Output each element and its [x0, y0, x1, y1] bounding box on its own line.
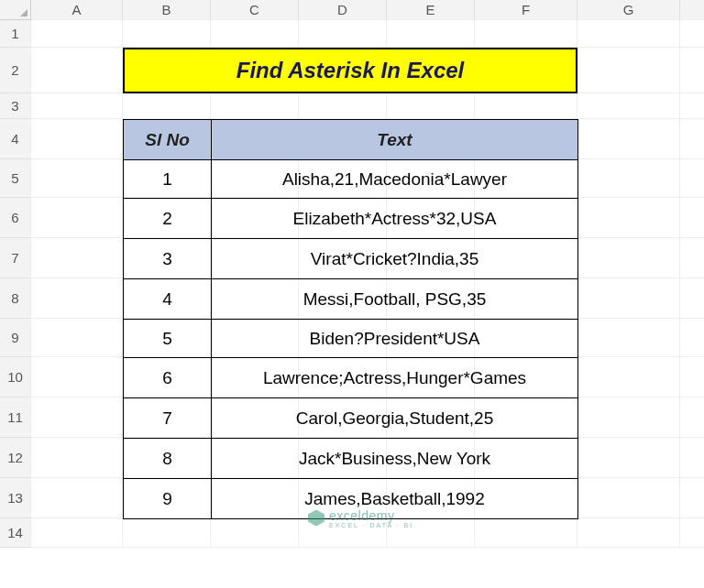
row-header-12[interactable]: 12: [0, 438, 31, 478]
select-all-triangle[interactable]: [0, 0, 31, 19]
col-header-A[interactable]: A: [31, 0, 123, 19]
cell-slno[interactable]: 2: [124, 199, 212, 239]
col-header-D[interactable]: D: [299, 0, 387, 19]
row-header-4[interactable]: 4: [0, 119, 31, 159]
watermark-brand: exceldemy: [329, 508, 394, 523]
watermark-sub: EXCEL · DATA · BI: [329, 522, 413, 528]
title-text: Find Asterisk In Excel: [236, 58, 465, 83]
row-header-9[interactable]: 9: [0, 319, 31, 357]
cell-text[interactable]: Lawrence;Actress,Hunger*Games: [212, 358, 578, 398]
cell-text[interactable]: Messi,Football, PSG,35: [212, 279, 578, 320]
row-header-11[interactable]: 11: [0, 397, 31, 438]
data-table: Sl No Text 1Alisha,21,Macedonia*Lawyer2E…: [123, 119, 578, 519]
table-row: 7Carol,Georgia,Student,25: [124, 398, 578, 439]
row-header-10[interactable]: 10: [0, 357, 31, 397]
cell-text[interactable]: Alisha,21,Macedonia*Lawyer: [212, 160, 578, 199]
col-header-E[interactable]: E: [387, 0, 475, 19]
title-merged-cell[interactable]: Find Asterisk In Excel: [123, 48, 578, 93]
cell-slno[interactable]: 6: [124, 358, 212, 398]
row-header-7[interactable]: 7: [0, 238, 31, 278]
header-text[interactable]: Text: [212, 120, 578, 160]
row-header-14[interactable]: 14: [0, 518, 31, 548]
table-row: 5Biden?President*USA: [124, 320, 578, 358]
col-header-F[interactable]: F: [475, 0, 578, 19]
watermark: exceldemy EXCEL · DATA · BI: [308, 507, 413, 528]
col-header-G[interactable]: G: [578, 0, 680, 19]
table-row: 4Messi,Football, PSG,35: [124, 279, 578, 320]
cell-slno[interactable]: 9: [124, 479, 212, 519]
row-header-13[interactable]: 13: [0, 478, 31, 518]
column-headers-row: ABCDEFG: [0, 0, 704, 20]
cell-slno[interactable]: 8: [124, 439, 212, 479]
cell-text[interactable]: Jack*Business,New York: [212, 439, 578, 479]
table-row: 1Alisha,21,Macedonia*Lawyer: [124, 160, 578, 199]
cell-text[interactable]: Carol,Georgia,Student,25: [212, 398, 578, 439]
table-row: 6Lawrence;Actress,Hunger*Games: [124, 358, 578, 398]
cell-slno[interactable]: 3: [124, 239, 212, 279]
cell-slno[interactable]: 5: [124, 320, 212, 358]
cell-slno[interactable]: 4: [124, 279, 212, 320]
grid-body: 1234567891011121314 Find Asterisk In Exc…: [0, 20, 704, 548]
cell-text[interactable]: Elizabeth*Actress*32,USA: [212, 199, 578, 239]
table-row: 2Elizabeth*Actress*32,USA: [124, 199, 578, 239]
data-tbody: 1Alisha,21,Macedonia*Lawyer2Elizabeth*Ac…: [124, 160, 578, 519]
row-header-1[interactable]: 1: [0, 20, 31, 48]
cell-slno[interactable]: 1: [124, 160, 212, 199]
row-header-6[interactable]: 6: [0, 198, 31, 238]
exceldemy-logo-icon: [308, 510, 324, 527]
cell-text[interactable]: Virat*Cricket?India,35: [212, 239, 578, 279]
row-header-8[interactable]: 8: [0, 278, 31, 319]
col-header-B[interactable]: B: [123, 0, 211, 19]
header-row: Sl No Text: [124, 120, 578, 160]
table-row: 8Jack*Business,New York: [124, 439, 578, 479]
excel-grid: ABCDEFG 1234567891011121314 Find Asteris…: [0, 0, 704, 588]
row-header-3[interactable]: 3: [0, 93, 31, 119]
row-header-5[interactable]: 5: [0, 159, 31, 198]
header-slno[interactable]: Sl No: [124, 120, 212, 160]
cell-text[interactable]: Biden?President*USA: [212, 320, 578, 358]
table-row: 3Virat*Cricket?India,35: [124, 239, 578, 279]
col-header-C[interactable]: C: [211, 0, 299, 19]
watermark-text: exceldemy EXCEL · DATA · BI: [329, 507, 413, 528]
cell-slno[interactable]: 7: [124, 398, 212, 439]
cells-area[interactable]: Find Asterisk In Excel Sl No Text 1Alish…: [31, 20, 704, 548]
row-headers-col: 1234567891011121314: [0, 20, 31, 548]
row-header-2[interactable]: 2: [0, 48, 31, 93]
